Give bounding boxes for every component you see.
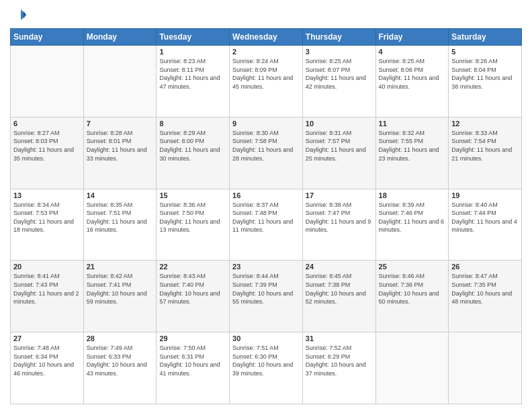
page: SundayMondayTuesdayWednesdayThursdayFrid… [0,0,532,411]
weekday-header-saturday: Saturday [449,29,522,46]
calendar-cell: 9Sunrise: 8:30 AM Sunset: 7:58 PM Daylig… [230,117,303,189]
weekday-header-wednesday: Wednesday [230,29,303,46]
calendar-cell: 1Sunrise: 8:23 AM Sunset: 8:11 PM Daylig… [157,46,230,118]
day-number: 25 [379,263,446,271]
calendar-cell [83,46,157,118]
day-number: 17 [306,191,373,199]
day-info: Sunrise: 8:27 AM Sunset: 8:03 PM Dayligh… [13,129,81,163]
calendar-cell: 29Sunrise: 7:50 AM Sunset: 6:31 PM Dayli… [157,332,230,404]
day-info: Sunrise: 7:51 AM Sunset: 6:30 PM Dayligh… [232,344,300,377]
calendar-cell: 14Sunrise: 8:35 AM Sunset: 7:51 PM Dayli… [83,189,157,261]
day-info: Sunrise: 8:40 AM Sunset: 7:44 PM Dayligh… [451,201,519,234]
day-info: Sunrise: 8:34 AM Sunset: 7:53 PM Dayligh… [13,201,81,234]
day-number: 28 [87,334,154,342]
day-info: Sunrise: 8:24 AM Sunset: 8:09 PM Dayligh… [232,57,300,91]
calendar-cell: 4Sunrise: 8:25 AM Sunset: 8:06 PM Daylig… [375,46,449,118]
day-info: Sunrise: 8:37 AM Sunset: 7:48 PM Dayligh… [232,201,300,234]
day-number: 30 [232,334,300,342]
day-number: 6 [13,120,81,128]
calendar-week-3: 13Sunrise: 8:34 AM Sunset: 7:53 PM Dayli… [11,189,522,261]
day-number: 23 [232,263,300,271]
day-info: Sunrise: 7:52 AM Sunset: 6:29 PM Dayligh… [306,344,373,377]
calendar-body: 1Sunrise: 8:23 AM Sunset: 8:11 PM Daylig… [11,46,522,404]
calendar-cell: 13Sunrise: 8:34 AM Sunset: 7:53 PM Dayli… [11,189,84,261]
calendar-cell: 21Sunrise: 8:42 AM Sunset: 7:41 PM Dayli… [83,261,157,332]
day-number: 15 [159,191,226,199]
calendar-cell: 28Sunrise: 7:49 AM Sunset: 6:33 PM Dayli… [83,332,157,404]
weekday-header-thursday: Thursday [302,29,375,46]
day-number: 5 [451,48,519,56]
calendar-week-4: 20Sunrise: 8:41 AM Sunset: 7:43 PM Dayli… [11,261,522,332]
day-number: 13 [13,191,81,199]
day-info: Sunrise: 8:45 AM Sunset: 7:38 PM Dayligh… [306,272,373,306]
calendar-cell: 30Sunrise: 7:51 AM Sunset: 6:30 PM Dayli… [230,332,303,404]
day-info: Sunrise: 8:41 AM Sunset: 7:43 PM Dayligh… [13,272,81,306]
calendar-week-1: 1Sunrise: 8:23 AM Sunset: 8:11 PM Daylig… [11,46,522,118]
calendar-cell: 16Sunrise: 8:37 AM Sunset: 7:48 PM Dayli… [230,189,303,261]
day-info: Sunrise: 8:42 AM Sunset: 7:41 PM Dayligh… [87,272,154,306]
calendar-cell: 3Sunrise: 8:25 AM Sunset: 8:07 PM Daylig… [302,46,375,118]
day-number: 27 [13,334,81,342]
calendar-cell: 31Sunrise: 7:52 AM Sunset: 6:29 PM Dayli… [302,332,375,404]
header [10,7,522,23]
calendar-cell: 10Sunrise: 8:31 AM Sunset: 7:57 PM Dayli… [302,117,375,189]
weekday-header-tuesday: Tuesday [157,29,230,46]
weekday-header-monday: Monday [83,29,157,46]
calendar-cell: 26Sunrise: 8:47 AM Sunset: 7:35 PM Dayli… [449,261,522,332]
calendar-cell [375,332,449,404]
svg-marker-1 [24,11,26,18]
day-number: 21 [87,263,154,271]
calendar-cell: 25Sunrise: 8:46 AM Sunset: 7:36 PM Dayli… [375,261,449,332]
weekday-header-sunday: Sunday [11,29,84,46]
day-number: 7 [87,120,154,128]
day-info: Sunrise: 8:31 AM Sunset: 7:57 PM Dayligh… [306,129,373,163]
day-number: 24 [306,263,373,271]
day-number: 11 [379,120,446,128]
day-number: 20 [13,263,81,271]
weekday-header-friday: Friday [375,29,449,46]
calendar-cell [11,46,84,118]
day-info: Sunrise: 8:36 AM Sunset: 7:50 PM Dayligh… [159,201,226,234]
day-info: Sunrise: 7:49 AM Sunset: 6:33 PM Dayligh… [87,344,154,377]
day-info: Sunrise: 8:46 AM Sunset: 7:36 PM Dayligh… [379,272,446,306]
day-number: 9 [232,120,300,128]
calendar-cell: 6Sunrise: 8:27 AM Sunset: 8:03 PM Daylig… [11,117,84,189]
day-info: Sunrise: 8:28 AM Sunset: 8:01 PM Dayligh… [87,129,154,163]
calendar-cell: 8Sunrise: 8:29 AM Sunset: 8:00 PM Daylig… [157,117,230,189]
calendar-cell: 22Sunrise: 8:43 AM Sunset: 7:40 PM Dayli… [157,261,230,332]
day-number: 2 [232,48,300,56]
day-number: 16 [232,191,300,199]
day-info: Sunrise: 8:23 AM Sunset: 8:11 PM Dayligh… [159,57,226,91]
day-info: Sunrise: 8:33 AM Sunset: 7:54 PM Dayligh… [451,129,519,163]
day-number: 31 [306,334,373,342]
calendar-cell: 27Sunrise: 7:48 AM Sunset: 6:34 PM Dayli… [11,332,84,404]
calendar-table: SundayMondayTuesdayWednesdayThursdayFrid… [10,28,522,404]
day-number: 14 [87,191,154,199]
calendar-cell: 17Sunrise: 8:38 AM Sunset: 7:47 PM Dayli… [302,189,375,261]
day-number: 18 [379,191,446,199]
calendar-cell: 19Sunrise: 8:40 AM Sunset: 7:44 PM Dayli… [449,189,522,261]
day-info: Sunrise: 8:25 AM Sunset: 8:07 PM Dayligh… [306,57,373,91]
day-number: 26 [451,263,519,271]
calendar-cell: 20Sunrise: 8:41 AM Sunset: 7:43 PM Dayli… [11,261,84,332]
day-number: 12 [451,120,519,128]
weekday-row: SundayMondayTuesdayWednesdayThursdayFrid… [11,29,522,46]
calendar-header: SundayMondayTuesdayWednesdayThursdayFrid… [11,29,522,46]
day-info: Sunrise: 8:32 AM Sunset: 7:55 PM Dayligh… [379,129,446,163]
day-info: Sunrise: 8:30 AM Sunset: 7:58 PM Dayligh… [232,129,300,163]
calendar-cell: 12Sunrise: 8:33 AM Sunset: 7:54 PM Dayli… [449,117,522,189]
day-number: 22 [159,263,226,271]
day-number: 3 [306,48,373,56]
day-number: 1 [159,48,226,56]
day-info: Sunrise: 8:47 AM Sunset: 7:35 PM Dayligh… [451,272,519,306]
day-info: Sunrise: 7:50 AM Sunset: 6:31 PM Dayligh… [159,344,226,377]
calendar-cell: 5Sunrise: 8:26 AM Sunset: 8:04 PM Daylig… [449,46,522,118]
day-number: 4 [379,48,446,56]
calendar-cell: 7Sunrise: 8:28 AM Sunset: 8:01 PM Daylig… [83,117,157,189]
day-number: 19 [451,191,519,199]
day-info: Sunrise: 8:43 AM Sunset: 7:40 PM Dayligh… [159,272,226,306]
day-info: Sunrise: 8:26 AM Sunset: 8:04 PM Dayligh… [451,57,519,91]
day-number: 8 [159,120,226,128]
day-info: Sunrise: 8:35 AM Sunset: 7:51 PM Dayligh… [87,201,154,234]
calendar-cell: 24Sunrise: 8:45 AM Sunset: 7:38 PM Dayli… [302,261,375,332]
